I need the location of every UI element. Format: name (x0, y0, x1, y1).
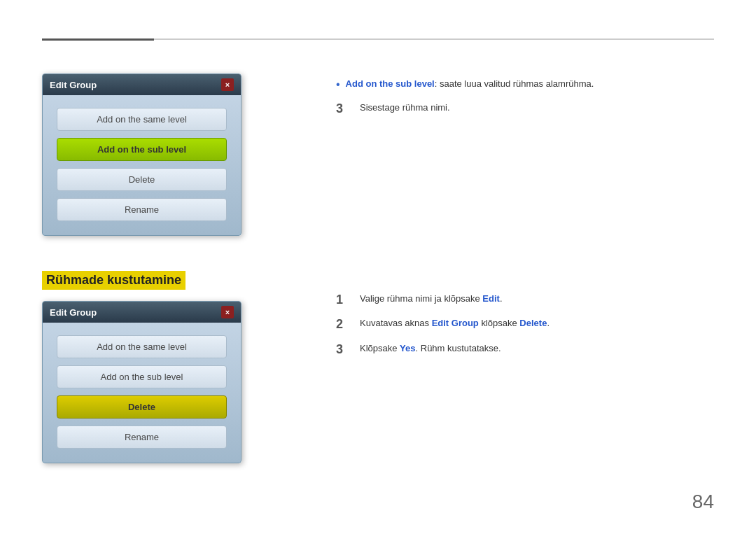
instruction-step-3-2: 3 Klõpsake Yes. Rühm kustutatakse. (336, 342, 714, 358)
section-top: Edit Group × Add on the same level Add o… (42, 73, 714, 236)
link-yes[interactable]: Yes (400, 343, 415, 353)
dlg-btn-delete-2[interactable]: Delete (57, 395, 227, 419)
dlg-btn-delete-1[interactable]: Delete (57, 168, 227, 191)
section2-right-col: 1 Valige rühma nimi ja klõpsake Edit. 2 … (294, 271, 714, 463)
dialog-box-1: Edit Group × Add on the same level Add o… (42, 73, 241, 236)
instruction-text-1: Add on the sub level: saate luua valitud… (346, 77, 594, 91)
instruction-step-3-1: 3 Sisestage rühma nimi. (336, 101, 714, 117)
section2-heading: Rühmade kustutamine (42, 271, 186, 290)
link-edit[interactable]: Edit (482, 293, 500, 304)
dlg-btn-rename-1[interactable]: Rename (57, 198, 227, 221)
dialog-title-bar-1: Edit Group × (43, 74, 241, 95)
page: Edit Group × Add on the same level Add o… (0, 0, 756, 534)
instruction-bullet-1: • Add on the sub level: saate luua valit… (336, 77, 714, 92)
step2-suffix: . (547, 318, 550, 328)
dlg-btn-same-level-1[interactable]: Add on the same level (57, 108, 227, 131)
section-bottom: Rühmade kustutamine Edit Group × Add on … (42, 271, 714, 463)
top-divider-accent (42, 38, 154, 41)
bullet-icon-1: • (336, 77, 340, 92)
step2-prefix: Kuvatavas aknas (360, 318, 432, 328)
instruction-suffix-1: : saate luua valitud rühmas alamrühma. (435, 78, 594, 89)
instruction-step-1: 1 Valige rühma nimi ja klõpsake Edit. (336, 292, 714, 308)
dlg-btn-sub-level-2[interactable]: Add on the sub level (57, 365, 227, 388)
dlg-btn-sub-level-1[interactable]: Add on the sub level (57, 138, 227, 161)
instruction-text-step-2: Kuvatavas aknas Edit Group klõpsake Dele… (360, 316, 550, 330)
link-delete[interactable]: Delete (519, 318, 547, 328)
step-number-3-2: 3 (336, 342, 350, 358)
step-number-2: 2 (336, 316, 350, 332)
instruction-text-3-1: Sisestage rühma nimi. (360, 101, 450, 115)
dialog-title-2: Edit Group (50, 307, 97, 318)
step-number-3-1: 3 (336, 101, 350, 117)
section2-left-col: Rühmade kustutamine Edit Group × Add on … (42, 271, 294, 463)
link-add-sub-level[interactable]: Add on the sub level (346, 78, 435, 89)
dlg-btn-rename-2[interactable]: Rename (57, 426, 227, 449)
step1-prefix: Valige rühma nimi ja klõpsake (360, 293, 482, 304)
instruction-step-2: 2 Kuvatavas aknas Edit Group klõpsake De… (336, 316, 714, 332)
step2-middle: klõpsake (479, 318, 520, 328)
section1-left-col: Edit Group × Add on the same level Add o… (42, 73, 294, 236)
step-number-1: 1 (336, 292, 350, 308)
step3-prefix: Klõpsake (360, 343, 400, 353)
page-number: 84 (692, 491, 714, 513)
dialog-title-1: Edit Group (50, 80, 97, 90)
section1-right-col: • Add on the sub level: saate luua valit… (294, 73, 714, 236)
section2-heading-wrapper: Rühmade kustutamine (42, 271, 294, 301)
link-edit-group[interactable]: Edit Group (432, 318, 479, 328)
step1-suffix: . (500, 293, 503, 304)
dialog-body-1: Add on the same level Add on the sub lev… (43, 95, 241, 235)
dialog-close-btn-1[interactable]: × (221, 78, 234, 91)
instruction-text-step-3: Klõpsake Yes. Rühm kustutatakse. (360, 342, 501, 356)
dialog-body-2: Add on the same level Add on the sub lev… (43, 323, 241, 463)
dialog-box-2: Edit Group × Add on the same level Add o… (42, 301, 241, 463)
dialog-title-bar-2: Edit Group × (43, 302, 241, 323)
step3-suffix: . Rühm kustutatakse. (416, 343, 501, 353)
instruction-text-step-1: Valige rühma nimi ja klõpsake Edit. (360, 292, 503, 306)
dialog-close-btn-2[interactable]: × (221, 306, 234, 318)
content: Edit Group × Add on the same level Add o… (42, 73, 714, 463)
dlg-btn-same-level-2[interactable]: Add on the same level (57, 335, 227, 358)
